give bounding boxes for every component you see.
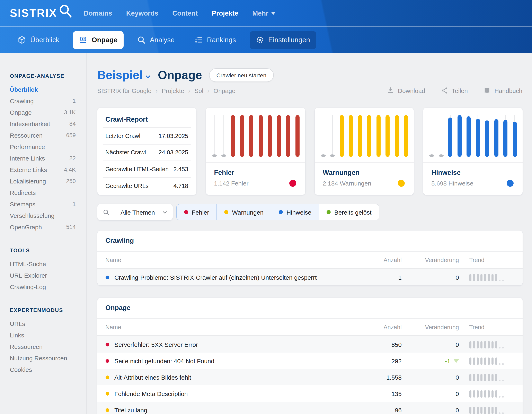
sidebar-item-label: Links [10,332,24,338]
sidebar-item-crawling[interactable]: Crawling1 [10,95,76,107]
stat-card-hinweise[interactable]: Hinweise5.698 Hinweise [423,108,522,195]
sidebar-item-redirects[interactable]: Redirects [10,187,76,198]
top-nav: SISTRIX DomainsKeywordsContentProjekteMe… [0,0,532,27]
issue-change-cell: 0 [402,406,459,413]
sidebar-item-urls[interactable]: URLs [10,318,76,329]
stat-card-title: Hinweise [423,163,522,177]
report-row-label: Nächster Crawl [105,149,146,156]
stat-card-warnungen[interactable]: Warnungen2.184 Warnungen [314,108,414,195]
sidebar-item-url-explorer[interactable]: URL-Explorer [10,269,76,281]
breadcrumb-item[interactable]: Projekte [162,87,184,94]
action-handbuch[interactable]: Handbuch [483,87,522,94]
nav-link-content[interactable]: Content [172,9,198,17]
tab-einstellungen[interactable]: Einstellungen [249,31,316,49]
nav-link-label: Domains [84,9,112,17]
tab-überblick[interactable]: Überblick [11,31,66,49]
column-header-name: Name [105,324,361,330]
trend-cell [459,273,514,281]
filter-segment-fehler[interactable]: Fehler [176,204,217,220]
sidebar-item-opengraph[interactable]: OpenGraph514 [10,221,76,233]
project-selector[interactable]: Beispiel [97,68,151,82]
tab-onpage[interactable]: Onpage [73,31,124,49]
restart-crawler-button[interactable]: Crawler neu starten [209,68,274,82]
severity-dot [279,210,283,214]
breadcrumb-item[interactable]: SISTRIX für Google [97,87,152,94]
sidebar-item-lokalisierung[interactable]: Lokalisierung250 [10,175,76,187]
chart-bar-slot [476,115,480,157]
sidebar-item-verschlüsselung[interactable]: Verschlüsselung [10,210,76,221]
table-row[interactable]: Titel zu lang960 [97,402,522,414]
table-row[interactable]: Alt-Attribut eines Bildes fehlt1.5580 [97,369,522,385]
crawl-report-card: Crawl-Report Letzter Crawl17.03.2025Näch… [97,108,196,195]
sidebar-item-performance[interactable]: Performance [10,141,76,152]
chart-bar-slot [231,115,235,157]
filter-segment-label: Bereits gelöst [334,209,371,216]
action-download[interactable]: Download [387,87,425,94]
crawl-report-row: Gecrawlte HTML-Seiten2.453 [103,160,191,177]
sidebar-item-nutzung-ressourcen[interactable]: Nutzung Ressourcen [10,352,76,364]
issue-count: 1 [361,274,402,281]
issue-change-value: 0 [456,406,459,413]
bar-chart-warnungen [314,108,414,163]
issue-name: Fehlende Meta Description [114,390,188,397]
top-nav-links: DomainsKeywordsContentProjekteMehr [84,9,276,17]
issue-tables: CrawlingNameAnzahlVeränderungTrendCrawli… [97,231,522,414]
issue-change-cell: -1 [402,357,459,364]
trend-cell [459,357,514,365]
nav-link-mehr[interactable]: Mehr [252,9,276,17]
sidebar-item-sitemaps[interactable]: Sitemaps1 [10,198,76,210]
sidebar-item-links[interactable]: Links [10,329,76,341]
share-icon [441,87,448,94]
download-icon [387,87,394,94]
table-row[interactable]: Crawling-Probleme: SISTRIX-Crawler auf (… [97,269,522,286]
nav-link-keywords[interactable]: Keywords [126,9,158,17]
sidebar-item-count: 1 [72,98,76,104]
sidebar-item-indexierbarkeit[interactable]: Indexierbarkeit84 [10,118,76,129]
chart-bar-slot [240,115,244,157]
filter-segment-hinweise[interactable]: Hinweise [271,204,319,220]
tab-rankings[interactable]: Rankings [188,31,242,49]
chart-bar-slot [358,115,362,157]
book-icon [483,87,491,94]
sidebar-item-count: 250 [66,178,76,184]
issue-count: 850 [361,341,402,348]
sidebar-item-ressourcen[interactable]: Ressourcen [10,341,76,352]
action-label: Download [398,87,425,94]
nav-link-projekte[interactable]: Projekte [212,9,238,17]
breadcrumb-item[interactable]: Sol [194,87,203,94]
chart-bar-slot [268,115,272,157]
trend-cell [459,406,514,414]
issue-name-cell: Serverfehler: 5XX Server Error [105,341,361,348]
tab-analyse[interactable]: Analyse [131,31,181,49]
table-row[interactable]: Fehlende Meta Description1350 [97,385,522,402]
table-row[interactable]: Seite nicht gefunden: 404 Not Found292-1 [97,353,522,369]
sidebar-item-html-suche[interactable]: HTML-Suche [10,258,76,269]
gear-icon [256,36,264,44]
sidebar-item-label: Crawling-Log [10,283,46,290]
sidebar-item-interne-links[interactable]: Interne Links22 [10,152,76,164]
table-header: NameAnzahlVeränderungTrend [97,252,522,269]
sidebar-item-ressourcen[interactable]: Ressourcen659 [10,129,76,141]
chart-bar-slot [439,115,443,157]
topic-dropdown[interactable]: Alle Themen [115,204,172,220]
search-icon[interactable] [97,204,115,220]
table-row[interactable]: Serverfehler: 5XX Server Error8500 [97,336,522,353]
sidebar-item-crawling-log[interactable]: Crawling-Log [10,281,76,292]
sistrix-logo[interactable]: SISTRIX [10,5,72,21]
trend-sparkline [469,389,514,398]
sidebar-item-onpage[interactable]: Onpage3,1K [10,107,76,118]
sidebar-item-cookies[interactable]: Cookies [10,364,76,375]
nav-link-domains[interactable]: Domains [84,9,112,17]
filter-segment-bereits-gelöst[interactable]: Bereits gelöst [319,204,379,220]
sidebar-item-überblick[interactable]: Überblick [10,84,76,95]
action-teilen[interactable]: Teilen [441,87,468,94]
sistrix-onpage-page: SISTRIX DomainsKeywordsContentProjekteMe… [0,0,532,414]
stat-card-fehler[interactable]: Fehler1.142 Fehler [206,108,305,195]
chart-bar-slot [503,115,507,157]
sidebar-item-externe-links[interactable]: Externe Links4,4K [10,164,76,175]
tab-label: Überblick [30,36,59,44]
breadcrumb-separator: › [155,87,158,94]
sidebar-item-label: OpenGraph [10,223,42,230]
filter-segment-warnungen[interactable]: Warnungen [217,204,271,220]
column-header-trend: Trend [459,257,514,263]
